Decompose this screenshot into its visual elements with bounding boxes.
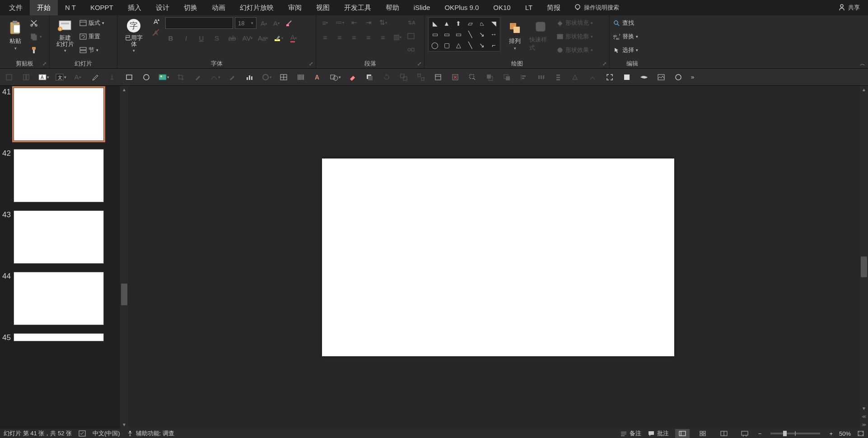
qa-curve-icon[interactable]: ▾ xyxy=(209,71,221,84)
qa-more-button[interactable]: » xyxy=(691,74,694,80)
tab-briefing[interactable]: 简报 xyxy=(540,0,568,15)
next-slide-icon[interactable]: ≫ xyxy=(860,421,868,429)
qa-highlighter-icon[interactable] xyxy=(226,71,238,84)
clear-formatting-icon[interactable] xyxy=(284,18,294,28)
qa-shadow-icon[interactable] xyxy=(363,71,376,84)
qa-delete-icon[interactable] xyxy=(449,71,462,84)
qa-ungroup-icon[interactable] xyxy=(415,71,427,84)
qa-group-icon[interactable] xyxy=(397,71,410,84)
tab-file[interactable]: 文件 xyxy=(2,0,30,15)
select-button[interactable]: 选择▾ xyxy=(613,44,638,56)
slide-counter[interactable]: 幻灯片 第 41 张，共 52 张 xyxy=(4,429,72,438)
replace-button[interactable]: abac替换▾ xyxy=(613,31,638,42)
qa-distribute-v-icon[interactable] xyxy=(552,71,565,84)
font-increase-icon[interactable]: A▴ xyxy=(152,17,160,26)
tab-nt[interactable]: N T xyxy=(58,0,83,15)
layout-button[interactable]: 版式▾ xyxy=(79,17,104,29)
arrange-button[interactable]: 排列▾ xyxy=(505,17,525,53)
comments-button[interactable]: 批注 xyxy=(648,429,669,438)
accessibility-status[interactable]: 辅助功能: 调查 xyxy=(126,429,174,438)
zoom-slider-knob[interactable] xyxy=(783,431,787,436)
qa-shapes-icon[interactable]: ▾ xyxy=(329,71,341,84)
align-right-icon[interactable]: ≡ xyxy=(349,32,359,42)
text-direction-icon[interactable]: ⇅A xyxy=(406,17,416,28)
qa-circle-icon[interactable] xyxy=(140,71,153,84)
tab-insert[interactable]: 插入 xyxy=(121,0,149,15)
thumbnail-42[interactable] xyxy=(14,149,104,202)
qa-wordart-icon[interactable]: A xyxy=(312,71,324,84)
shape-outline-button[interactable]: 形状轮廓▾ xyxy=(556,31,593,42)
shape-connector1-icon[interactable]: ╲ xyxy=(465,40,476,50)
section-button[interactable]: 节▾ xyxy=(79,44,104,56)
qa-donut-icon[interactable]: ▾ xyxy=(260,71,273,84)
qa-font-icon[interactable]: A▾ xyxy=(71,71,84,84)
zoom-out-button[interactable]: − xyxy=(758,430,762,437)
new-slide-button[interactable]: ✦ 新建 幻灯片 ▾ xyxy=(53,17,77,53)
editor-scroll-down-icon[interactable]: ▼ xyxy=(860,405,868,413)
tab-animations[interactable]: 动画 xyxy=(205,0,233,15)
find-button[interactable]: 查找 xyxy=(613,17,638,29)
zoom-level[interactable]: 50% xyxy=(839,430,851,437)
line-spacing-icon[interactable]: ⇅▾ xyxy=(378,17,388,28)
qa-flip-icon[interactable] xyxy=(569,71,582,84)
tab-koppt[interactable]: KOPPT xyxy=(83,0,121,15)
font-name-input[interactable] xyxy=(165,17,233,29)
qa-align-icon[interactable] xyxy=(518,71,530,84)
collapse-ribbon-button[interactable]: ︿ xyxy=(860,60,865,68)
increase-indent-icon[interactable]: ⇥ xyxy=(363,17,374,28)
tab-design[interactable]: 设计 xyxy=(149,0,177,15)
copy-button[interactable]: ▾ xyxy=(30,31,42,42)
shape-fill-button[interactable]: 形状填充▾ xyxy=(556,17,593,29)
qa-image-icon[interactable] xyxy=(655,71,667,84)
columns-icon[interactable]: ▥▾ xyxy=(392,32,403,42)
fit-to-window-button[interactable] xyxy=(857,430,864,437)
editor-scrollbar-handle[interactable] xyxy=(861,256,867,277)
shape-textbox2-icon[interactable]: ▭ xyxy=(441,29,452,39)
tab-lt[interactable]: LT xyxy=(518,0,540,15)
underline-icon[interactable]: U xyxy=(196,33,207,43)
qa-crop-icon[interactable] xyxy=(174,71,187,84)
slide-editor[interactable]: ▲ ▼ ≪ ≫ xyxy=(128,86,868,429)
scrollbar-handle[interactable] xyxy=(121,284,127,305)
thumbnail-44[interactable] xyxy=(14,272,104,325)
scroll-up-icon[interactable]: ▲ xyxy=(120,86,128,94)
shape-triangle-icon[interactable]: ▲ xyxy=(441,19,452,28)
qa-char-icon[interactable]: 文▾ xyxy=(54,71,67,84)
shape-textbox-icon[interactable]: ▭ xyxy=(429,29,440,39)
clear-format-icon[interactable]: A xyxy=(152,28,160,37)
shape-roundrect-icon[interactable]: ▢ xyxy=(441,40,452,50)
spellcheck-icon[interactable] xyxy=(78,430,86,437)
decrease-indent-icon[interactable]: ⇤ xyxy=(349,17,359,28)
thumbnail-scrollbar[interactable]: ▲ ▼ xyxy=(120,86,128,429)
justify-icon[interactable]: ≡ xyxy=(363,32,374,42)
bullets-icon[interactable]: ≡▾ xyxy=(320,17,331,28)
thumbnail-45[interactable] xyxy=(14,333,104,341)
qa-barcode-icon[interactable] xyxy=(294,71,307,84)
qa-textbox-icon[interactable]: A▾ xyxy=(37,71,50,84)
italic-icon[interactable]: I xyxy=(181,33,191,43)
prev-slide-icon[interactable]: ≪ xyxy=(860,413,868,421)
qa-send-backward-icon[interactable] xyxy=(500,71,513,84)
qa-distribute-h-icon[interactable] xyxy=(535,71,547,84)
shape-isoceles-icon[interactable]: △ xyxy=(453,40,464,50)
bold-icon[interactable]: B xyxy=(165,33,176,43)
tab-review[interactable]: 审阅 xyxy=(281,0,309,15)
paragraph-launcher[interactable]: ⤢ xyxy=(416,61,422,67)
change-case-icon[interactable]: Aa▾ xyxy=(257,33,268,43)
normal-view-button[interactable] xyxy=(675,429,690,438)
shape-effects-button[interactable]: 形状效果▾ xyxy=(556,44,593,56)
highlight-icon[interactable]: ▾ xyxy=(273,33,284,43)
drawing-launcher[interactable]: ⤢ xyxy=(601,61,607,67)
clipboard-launcher[interactable]: ⤢ xyxy=(41,61,47,67)
scroll-down-icon[interactable]: ▼ xyxy=(120,421,128,429)
shapes-gallery[interactable]: ◣ ▲ ⬆ ▱ ⏢ ◥ ▭ ▭ ▭ ╲ ↘ ↔ ◯ ▢ △ ╲ ↘ ⌐ xyxy=(428,17,500,51)
qa-icon-1[interactable] xyxy=(3,71,15,84)
quick-styles-button[interactable]: 快速样式 xyxy=(529,17,552,53)
tab-help[interactable]: 帮助 xyxy=(378,0,406,15)
font-color-icon[interactable]: A▾ xyxy=(288,33,299,43)
tab-ok10[interactable]: OK10 xyxy=(486,0,518,15)
tab-transitions[interactable]: 切换 xyxy=(177,0,205,15)
used-fonts-button[interactable]: 字 已用字 体 ▾ xyxy=(121,17,146,53)
reset-button[interactable]: 重置 xyxy=(79,31,104,42)
qa-fill-icon[interactable] xyxy=(621,71,633,84)
